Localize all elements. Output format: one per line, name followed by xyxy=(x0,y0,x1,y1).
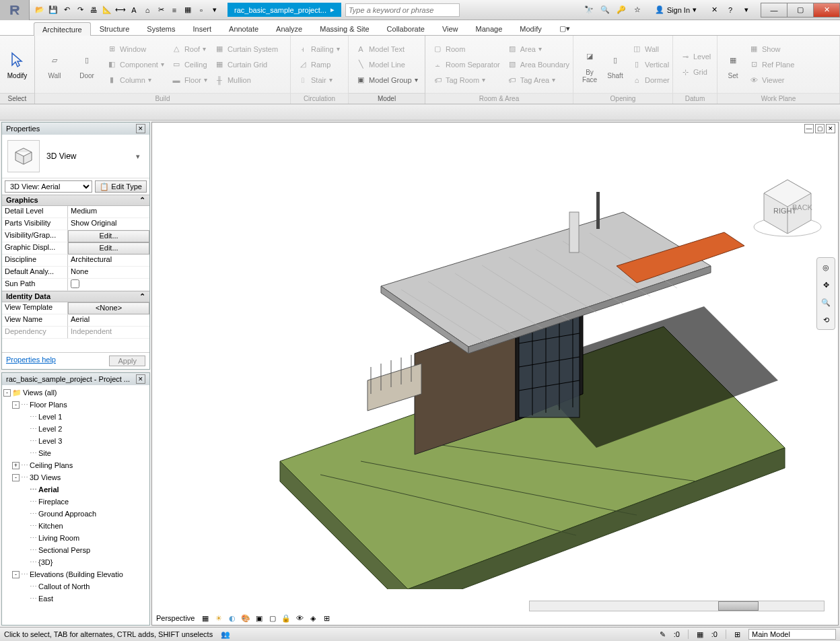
app-menu-button[interactable] xyxy=(0,0,30,20)
view-canvas[interactable]: — ▢ ✕ xyxy=(151,122,839,626)
room-button[interactable]: ▢Room xyxy=(429,42,503,57)
ribbon-tab-structure[interactable]: Structure xyxy=(91,22,139,35)
signin-button[interactable]: 👤 Sign In ▾ xyxy=(650,5,702,14)
tree-item[interactable]: ⋯ East xyxy=(3,593,148,605)
tree-item[interactable]: ⋯ Site xyxy=(3,447,148,459)
properties-help-link[interactable]: Properties help xyxy=(6,356,56,366)
show-button[interactable]: ▦Show xyxy=(746,42,797,57)
prop-value[interactable]: None xyxy=(68,267,149,279)
dormer-button[interactable]: ⌂Dormer xyxy=(629,73,672,88)
tree-item[interactable]: ⋯ Aerial xyxy=(3,483,148,496)
help-icon[interactable]: ? xyxy=(723,3,738,18)
help-dropdown-icon[interactable]: ▾ xyxy=(739,3,754,18)
ribbon-tab-massing-site[interactable]: Massing & Site xyxy=(311,22,378,35)
status-model-selector[interactable] xyxy=(748,629,836,640)
ribbon-tab-modify[interactable]: Modify xyxy=(511,22,550,35)
prop-group-identity-data[interactable]: Identity Data⌃ xyxy=(2,291,149,302)
print-icon[interactable]: 🖶 xyxy=(88,4,100,16)
room-separator-button[interactable]: ⫠Room Separator xyxy=(429,57,503,72)
curtain-system-button[interactable]: ▦Curtain System xyxy=(211,42,281,57)
tree-item[interactable]: -⋯ 3D Views xyxy=(3,471,148,483)
redo-icon[interactable]: ↷ xyxy=(74,4,86,16)
key-icon[interactable]: 🔑 xyxy=(614,3,629,18)
expand-icon[interactable]: + xyxy=(12,462,20,469)
tree-item[interactable]: ⋯ Level 2 xyxy=(3,423,148,435)
door-button[interactable]: ▯Door xyxy=(71,38,102,92)
orbit-icon[interactable]: ⟲ xyxy=(819,313,833,327)
status-model-icon[interactable]: ⊞ xyxy=(734,630,740,639)
doc-tab-dropdown-icon[interactable]: ▸ xyxy=(330,5,335,14)
railing-button[interactable]: ⫞Railing ▾ xyxy=(295,42,343,57)
model-text-button[interactable]: AModel Text xyxy=(353,42,421,57)
vc-lock-icon[interactable]: 🔒 xyxy=(281,613,291,623)
vc-temp-hide-icon[interactable]: 👁 xyxy=(294,613,305,623)
pan-icon[interactable]: ✥ xyxy=(819,278,833,292)
document-tab[interactable]: rac_basic_sample_project... ▸ xyxy=(228,3,341,17)
tree-item[interactable]: ⋯ {3D} xyxy=(3,556,148,568)
area-button[interactable]: ▨Area ▾ xyxy=(504,42,572,57)
thin-lines-icon[interactable]: ≡ xyxy=(168,4,180,16)
tree-item[interactable]: ⋯ Kitchen xyxy=(3,520,148,532)
model-group-button[interactable]: ▣Model Group ▾ xyxy=(353,73,421,88)
horizontal-scrollbar[interactable] xyxy=(529,601,825,611)
ribbon-tab-insert[interactable]: Insert xyxy=(184,22,221,35)
prop-value[interactable]: Independent xyxy=(68,327,149,339)
ref-plane-button[interactable]: ⊡Ref Plane xyxy=(746,57,797,72)
tree-item[interactable]: ⋯ Callout of North xyxy=(3,580,148,593)
vc-shadow-icon[interactable]: ◐ xyxy=(227,613,238,623)
set-button[interactable]: ▦Set xyxy=(722,38,744,92)
by-face-button[interactable]: ◪By Face xyxy=(578,38,602,92)
maximize-button[interactable]: ▢ xyxy=(787,3,814,18)
prop-value[interactable]: Aerial xyxy=(68,314,149,327)
collapse-icon[interactable]: - xyxy=(12,474,20,481)
favorite-icon[interactable]: ☆ xyxy=(630,3,645,18)
perspective-label[interactable]: Perspective xyxy=(156,614,195,622)
viewer-button[interactable]: 👁Viewer xyxy=(746,73,797,88)
edit-type-button[interactable]: 📋Edit Type xyxy=(95,180,147,193)
tag-area-button[interactable]: 🏷Tag Area ▾ xyxy=(504,73,572,88)
prop-value[interactable] xyxy=(68,279,149,291)
vc-analytical-icon[interactable]: ⊞ xyxy=(321,613,332,623)
tree-item[interactable]: ⋯ Level 1 xyxy=(3,411,148,423)
roof-button[interactable]: △Roof ▾ xyxy=(168,42,210,57)
prop-value[interactable]: <None> xyxy=(68,302,149,314)
tree-item[interactable]: +⋯ Ceiling Plans xyxy=(3,459,148,471)
prop-group-graphics[interactable]: Graphics⌃ xyxy=(2,195,149,206)
prop-value[interactable]: Architectural xyxy=(68,255,149,267)
ribbon-tab-analyze[interactable]: Analyze xyxy=(267,22,311,35)
close-button[interactable]: ✕ xyxy=(813,3,840,18)
component-button[interactable]: ◧Component ▾ xyxy=(104,57,167,72)
ribbon-tab-systems[interactable]: Systems xyxy=(138,22,184,35)
undo-icon[interactable]: ↶ xyxy=(61,4,73,16)
3d-icon[interactable]: ⌂ xyxy=(141,4,153,16)
tree-item[interactable]: ⋯ Living Room xyxy=(3,532,148,544)
status-worksets-icon[interactable]: 👥 xyxy=(221,630,230,639)
binoculars-icon[interactable]: 🔭 xyxy=(582,3,596,18)
model-line-button[interactable]: ╲Model Line xyxy=(353,57,421,72)
collapse-icon[interactable]: - xyxy=(3,389,11,397)
tree-item[interactable]: -⋯ Elevations (Building Elevatio xyxy=(3,568,148,580)
ribbon-tab-annotate[interactable]: Annotate xyxy=(220,22,267,35)
project-tree[interactable]: -📁 Views (all)-⋯ Floor Plans⋯ Level 1⋯ L… xyxy=(2,385,149,625)
prop-value[interactable]: Edit... xyxy=(68,242,149,255)
vc-crop-visible-icon[interactable]: ▢ xyxy=(267,613,278,623)
zoom-icon[interactable]: 🔍 xyxy=(819,296,833,309)
collapse-icon[interactable]: - xyxy=(12,401,20,409)
status-editable-icon[interactable]: ✎ xyxy=(660,630,666,639)
tree-item[interactable]: ⋯ Sectional Persp xyxy=(3,544,148,556)
prop-value[interactable]: Medium xyxy=(68,206,149,218)
vc-model-graphics-icon[interactable]: ▦ xyxy=(200,613,211,623)
measure-icon[interactable]: 📐 xyxy=(101,4,113,16)
vc-render-icon[interactable]: 🎨 xyxy=(240,613,251,623)
tree-item[interactable]: ⋯ Ground Approach xyxy=(3,508,148,520)
minimize-button[interactable]: — xyxy=(761,3,788,18)
steering-wheel-icon[interactable]: ◎ xyxy=(819,261,833,274)
qat-dropdown-icon[interactable]: ▾ xyxy=(209,4,221,16)
section-icon[interactable]: ✂ xyxy=(155,4,167,16)
ribbon-tab-collaborate[interactable]: Collaborate xyxy=(378,22,433,35)
close-hidden-icon[interactable]: ▦ xyxy=(182,4,194,16)
switch-window-icon[interactable]: ▫ xyxy=(195,4,207,16)
open-icon[interactable]: 📂 xyxy=(34,4,46,16)
ceiling-button[interactable]: ▭Ceiling xyxy=(168,57,210,72)
exchange-icon[interactable]: ✕ xyxy=(707,3,722,18)
